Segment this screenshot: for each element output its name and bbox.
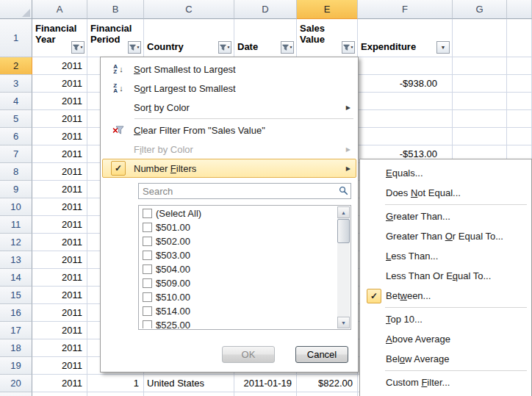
menu-item-clear-filter[interactable]: Clear Filter From "Sales Value" — [102, 120, 356, 140]
filter-value[interactable]: $503.00 — [140, 248, 337, 262]
filter-button-financial-period[interactable]: ▼ — [128, 41, 141, 54]
menu-item-sort-largest-to-smallest[interactable]: ZA↓ Sort Largest to Smallest — [102, 79, 356, 98]
checkbox[interactable] — [143, 237, 152, 246]
menu-item-number-filters[interactable]: ✓ Number Filters ▶ — [102, 159, 356, 178]
cell[interactable] — [32, 392, 87, 396]
row-number[interactable]: 19 — [0, 357, 32, 375]
cell[interactable]: 2011 — [32, 93, 87, 110]
header-cell-financial-year[interactable]: Financial Year ▼ — [32, 19, 87, 57]
filter-value[interactable]: $502.00 — [140, 234, 337, 248]
row-number[interactable]: 7 — [0, 145, 32, 163]
submenu-item-does-not-equal[interactable]: Does Not Equal... — [362, 183, 530, 203]
cell[interactable] — [297, 392, 358, 396]
filter-value[interactable]: $525.00 — [140, 318, 337, 328]
cell[interactable]: United States — [144, 375, 234, 392]
row-number[interactable]: 15 — [0, 287, 32, 304]
select-all-corner[interactable] — [0, 0, 32, 19]
cell[interactable] — [144, 392, 234, 396]
checkbox[interactable] — [143, 223, 152, 232]
submenu-item-equals[interactable]: Equals... — [362, 163, 530, 183]
row-number[interactable]: 14 — [0, 269, 32, 287]
cell[interactable] — [453, 128, 507, 145]
column-header-a[interactable]: A — [32, 0, 87, 19]
cell[interactable]: 2011 — [32, 304, 87, 322]
filter-button-expenditure[interactable]: ▼ — [436, 41, 450, 54]
submenu-item-less-than-or-equal[interactable]: Less Than Or Equal To... — [362, 266, 530, 286]
cell[interactable]: 2011 — [32, 163, 87, 181]
row-number[interactable]: 6 — [0, 128, 32, 145]
filter-button-country[interactable]: ▼ — [218, 41, 231, 54]
submenu-item-greater-than[interactable]: Greater Than... — [362, 206, 530, 226]
header-cell-country[interactable]: Country ▼ — [144, 19, 234, 57]
cell[interactable]: 2011 — [32, 216, 87, 234]
cell[interactable] — [453, 19, 507, 57]
cell[interactable]: 2011 — [32, 110, 87, 128]
filter-value[interactable]: $509.00 — [140, 276, 337, 290]
header-cell-date[interactable]: Date ▼ — [234, 19, 297, 57]
cell[interactable] — [234, 392, 297, 396]
checkbox[interactable] — [143, 292, 152, 302]
submenu-item-below-average[interactable]: Below Average — [362, 349, 530, 369]
filter-button-financial-year[interactable]: ▼ — [71, 41, 85, 54]
column-header-f[interactable]: F — [358, 0, 453, 19]
filter-value-select-all[interactable]: (Select All) — [140, 206, 337, 220]
submenu-item-greater-than-or-equal[interactable]: Greater Than Or Equal To... — [362, 226, 530, 246]
cell[interactable]: -$938.00 — [358, 75, 453, 93]
filter-button-date[interactable]: ▼ — [281, 41, 294, 54]
scroll-up-button[interactable]: ▲ — [337, 206, 350, 218]
row-number[interactable]: 13 — [0, 251, 32, 269]
column-header-d[interactable]: D — [234, 0, 297, 19]
cell[interactable]: 2011 — [32, 75, 87, 93]
submenu-item-top-10[interactable]: Top 10... — [362, 309, 530, 329]
checkbox[interactable] — [143, 320, 152, 328]
submenu-item-less-than[interactable]: Less Than... — [362, 246, 530, 266]
column-header-partial[interactable] — [507, 0, 532, 19]
row-number[interactable]: 12 — [0, 234, 32, 251]
cell[interactable] — [87, 392, 144, 396]
cell[interactable] — [507, 57, 532, 75]
cell[interactable]: 2011 — [32, 357, 87, 375]
filter-button-sales-value[interactable]: ▼ — [342, 41, 355, 54]
checkbox[interactable] — [143, 209, 152, 218]
cell[interactable]: 2011 — [32, 181, 87, 198]
filter-value[interactable]: $514.00 — [140, 304, 337, 318]
checkbox[interactable] — [143, 264, 152, 274]
cell[interactable] — [453, 93, 507, 110]
row-number[interactable]: 20 — [0, 375, 32, 392]
cell[interactable] — [507, 93, 532, 110]
cell[interactable]: 2011 — [32, 198, 87, 216]
row-number[interactable]: 9 — [0, 181, 32, 198]
cell[interactable] — [358, 93, 453, 110]
menu-item-sort-by-color[interactable]: Sort by Color ▶ — [102, 98, 356, 117]
header-cell-financial-period[interactable]: Financial Period ▼ — [87, 19, 144, 57]
checkbox[interactable] — [143, 278, 152, 288]
cell[interactable]: 2011 — [32, 375, 87, 392]
row-number[interactable] — [0, 392, 32, 396]
scroll-down-button[interactable]: ▼ — [337, 317, 350, 328]
cell[interactable] — [507, 75, 532, 93]
cell[interactable] — [507, 110, 532, 128]
cell[interactable]: 2011-01-19 — [234, 375, 297, 392]
filter-value[interactable]: $504.00 — [140, 262, 337, 276]
row-number[interactable]: 10 — [0, 198, 32, 216]
cell[interactable]: 2011 — [32, 322, 87, 339]
cell[interactable]: 2011 — [32, 251, 87, 269]
row-number[interactable]: 17 — [0, 322, 32, 339]
cell[interactable]: 2011 — [32, 145, 87, 163]
row-number[interactable]: 3 — [0, 75, 32, 93]
submenu-item-above-average[interactable]: Above Average — [362, 329, 530, 349]
cell[interactable]: $822.00 — [297, 375, 358, 392]
filter-value[interactable]: $510.00 — [140, 290, 337, 304]
cell[interactable]: 2011 — [32, 57, 87, 75]
cell[interactable]: 1 — [87, 375, 144, 392]
search-input[interactable] — [138, 183, 351, 199]
cell[interactable]: 2011 — [32, 128, 87, 145]
checkbox[interactable] — [143, 251, 152, 260]
cell[interactable] — [453, 75, 507, 93]
cell[interactable] — [507, 128, 532, 145]
row-number[interactable]: 16 — [0, 304, 32, 322]
ok-button[interactable]: OK — [222, 346, 275, 363]
cell[interactable] — [453, 57, 507, 75]
cell[interactable] — [453, 110, 507, 128]
row-number[interactable]: 18 — [0, 339, 32, 357]
